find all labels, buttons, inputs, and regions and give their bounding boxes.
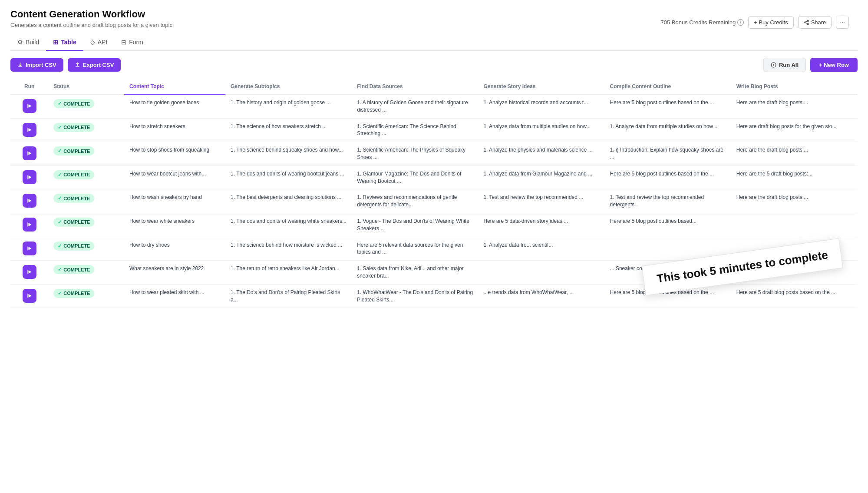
table-row: ✓COMPLETEHow to dry shoes1. The science …: [10, 237, 858, 261]
content-outline-cell: Here are 5 blog post outlines based on t…: [605, 284, 731, 308]
upload-icon: [75, 62, 80, 68]
cell-text: Here are the draft blog posts:...: [736, 147, 808, 153]
status-badge: ✓COMPLETE: [53, 242, 94, 251]
new-row-button[interactable]: + New Row: [810, 58, 858, 72]
topic-text: How to tie golden goose laces: [129, 99, 199, 106]
share-button[interactable]: Share: [798, 16, 832, 29]
content-outline-cell: [605, 237, 731, 261]
topic-text: How to wear bootcut jeans with...: [129, 171, 206, 177]
check-icon: ✓: [58, 267, 62, 272]
cell-text: Here are 5 blog post outlines based on t…: [610, 289, 714, 295]
col-header-run: Run: [10, 79, 48, 94]
check-icon: ✓: [58, 219, 62, 225]
blog-posts-cell: Here are the draft blog posts:...: [731, 189, 858, 213]
status-badge: ✓COMPLETE: [53, 146, 94, 156]
topic-cell: How to wear white sneakers: [124, 213, 225, 237]
status-cell: ✓COMPLETE: [48, 165, 124, 189]
status-badge: ✓COMPLETE: [53, 265, 94, 274]
run-button[interactable]: [23, 218, 36, 232]
status-cell: ✓COMPLETE: [48, 189, 124, 213]
content-outline-cell: 1. Analyze data from multiple studies on…: [605, 118, 731, 142]
export-csv-button[interactable]: Export CSV: [68, 58, 121, 72]
content-outline-cell: 1. i) Introduction: Explain how squeaky …: [605, 142, 731, 166]
run-button[interactable]: [23, 170, 36, 184]
info-icon[interactable]: i: [737, 19, 744, 26]
content-outline-cell: ... Sneaker comeback):...: [605, 261, 731, 285]
status-badge: ✓COMPLETE: [53, 194, 94, 203]
table-row: ✓COMPLETEHow to wear bootcut jeans with.…: [10, 165, 858, 189]
topic-cell: How to stretch sneakers: [124, 118, 225, 142]
topic-text: How to wash sneakers by hand: [129, 194, 202, 200]
topic-text: How to stop shoes from squeaking: [129, 147, 209, 153]
more-options-button[interactable]: ···: [836, 16, 849, 29]
run-button[interactable]: [23, 146, 36, 160]
tab-build[interactable]: ⚙ Build: [10, 34, 46, 51]
data-sources-cell: 1. Vogue - The Dos and Don'ts of Wearing…: [352, 213, 478, 237]
table-row: ✓COMPLETEHow to wash sneakers by hand1. …: [10, 189, 858, 213]
cell-text: 1. Analyze data from multiple studies on…: [483, 123, 591, 129]
subtopics-cell: 1. The history and origin of golden goos…: [225, 94, 352, 118]
topic-cell: How to wash sneakers by hand: [124, 189, 225, 213]
table-row: ✓COMPLETEHow to wear pleated skirt with …: [10, 284, 858, 308]
svg-marker-6: [773, 64, 774, 66]
topic-cell: What sneakers are in style 2022: [124, 261, 225, 285]
cell-text: 1. Scientific American: The Science Behi…: [357, 123, 456, 137]
col-header-content-outline: Compile Content Outline: [605, 79, 731, 94]
toolbar-right: Run All + New Row: [763, 58, 858, 72]
story-ideas-cell: 1. Analyze data from multiple studies on…: [478, 118, 604, 142]
run-cell: [10, 118, 48, 142]
topic-cell: How to wear bootcut jeans with...: [124, 165, 225, 189]
cell-text: ... Sneaker comeback):...: [610, 265, 668, 271]
cell-text: ...e trends data from WhoWhatWear, ...: [483, 289, 574, 295]
import-csv-button[interactable]: Import CSV: [10, 58, 63, 72]
cell-text: Here are the draft blog posts:...: [736, 194, 808, 200]
cell-text: 1. The Do's and Don'ts of Pairing Pleate…: [231, 289, 340, 303]
svg-line-4: [805, 21, 807, 22]
tab-table[interactable]: ⊞ Table: [46, 34, 83, 51]
data-sources-cell: 1. Reviews and recommendations of gentle…: [352, 189, 478, 213]
cell-text: Here are 5 blog post outlines based on t…: [610, 99, 714, 106]
run-button[interactable]: [23, 265, 36, 279]
subtopics-cell: 1. The return of retro sneakers like Air…: [225, 261, 352, 285]
check-icon: ✓: [58, 125, 62, 130]
cell-text: 1. Analyze data fro... scientif...: [483, 242, 553, 248]
run-button[interactable]: [23, 289, 36, 303]
subtopics-cell: 1. The dos and don'ts of wearing bootcut…: [225, 165, 352, 189]
blog-posts-cell: Here are the 5 draft blog posts:...: [731, 165, 858, 189]
run-button[interactable]: [23, 194, 36, 208]
status-cell: ✓COMPLETE: [48, 213, 124, 237]
run-button[interactable]: [23, 123, 36, 137]
cell-text: Here are 5 relevant data sources for the…: [357, 242, 463, 255]
app-title: Content Generation Workflow: [10, 9, 172, 20]
status-badge: ✓COMPLETE: [53, 289, 94, 298]
status-badge: ✓COMPLETE: [53, 170, 94, 179]
col-header-status: Status: [48, 79, 124, 94]
table-row: ✓COMPLETEHow to stop shoes from squeakin…: [10, 142, 858, 166]
check-icon: ✓: [58, 101, 62, 106]
content-outline-cell: Here are 5 blog post outlines based on t…: [605, 165, 731, 189]
cell-text: 1. The best detergents and cleaning solu…: [231, 194, 341, 200]
story-ideas-cell: 1. Analyze historical records and accoun…: [478, 94, 604, 118]
status-badge: ✓COMPLETE: [53, 218, 94, 227]
buy-credits-button[interactable]: + Buy Credits: [748, 16, 793, 29]
status-cell: ✓COMPLETE: [48, 94, 124, 118]
tab-api[interactable]: ◇ API: [83, 34, 115, 51]
cell-text: 1. Analyze data from multiple studies on…: [610, 123, 719, 129]
cell-text: 1. Glamour Magazine: The Dos and Don'ts …: [357, 171, 461, 184]
main-table: Run Status Content Topic Generate Subtop…: [10, 79, 858, 308]
cell-text: Here are the draft blog posts:...: [736, 99, 808, 106]
subtopics-cell: 1. The science of how sneakers stretch .…: [225, 118, 352, 142]
subtopics-cell: 1. The Do's and Don'ts of Pairing Pleate…: [225, 284, 352, 308]
story-ideas-cell: 1. Test and review the top recommended .…: [478, 189, 604, 213]
tab-form[interactable]: ⊟ Form: [114, 34, 150, 51]
col-header-story-ideas: Generate Story Ideas: [478, 79, 604, 94]
run-button[interactable]: [23, 99, 36, 113]
tab-bar: ⚙ Build ⊞ Table ◇ API ⊟ Form: [10, 34, 858, 51]
toolbar: Import CSV Export CSV Run All + New Row: [0, 51, 868, 79]
data-sources-cell: 1. Sales data from Nike, Adi... and othe…: [352, 261, 478, 285]
run-all-button[interactable]: Run All: [763, 58, 806, 72]
svg-point-1: [804, 21, 805, 23]
run-button[interactable]: [23, 242, 36, 255]
table-row: ✓COMPLETEHow to stretch sneakers1. The s…: [10, 118, 858, 142]
cell-text: 1. The return of retro sneakers like Air…: [231, 265, 340, 271]
